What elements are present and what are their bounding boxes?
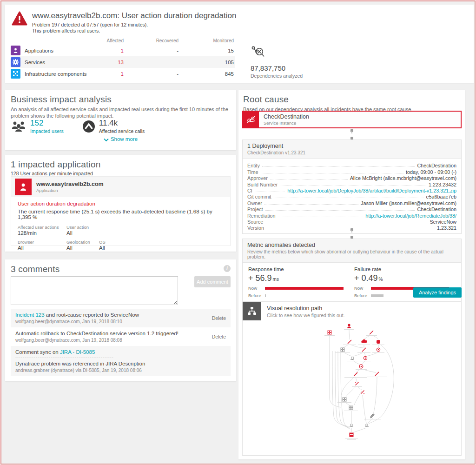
service-calls-icon: [82, 120, 95, 133]
deployment-field-time: Timetoday, 09:00 - 09:00 (-): [247, 168, 456, 174]
impacted-users-stat[interactable]: 152 Impacted users: [11, 119, 64, 134]
application-type: Application: [36, 188, 104, 193]
dependencies-analyzed: 87,837,750 Dependencies analyzed: [251, 46, 303, 79]
col-affected: Affected: [103, 38, 124, 45]
warning-icon: [12, 11, 27, 26]
deployment-field-entity: EntityCheckDestination: [247, 162, 456, 168]
row-label: Applications: [25, 48, 103, 53]
comment-item: Incident 123 and root-cause reported to …: [11, 309, 231, 327]
comment-item: Automatic rollback to CheckDestination s…: [11, 327, 231, 346]
field-os: OS All: [99, 239, 127, 251]
service-calls-label: Affected service calls: [99, 128, 145, 134]
field-browser: Browser All: [18, 239, 66, 251]
impacted-application-subtitle: 128 User actions per minute impacted: [11, 171, 231, 176]
problem-type-label: User action duration degradation: [18, 201, 224, 206]
application-name[interactable]: www.easytravelb2b.com: [36, 181, 104, 187]
deployment-field-owner: OwnerJason Miller (jason.miller@easytrav…: [247, 199, 456, 206]
field-affected-user-actions: Affected user actions 128/min: [18, 225, 66, 236]
dependencies-icon: [251, 46, 265, 60]
deployment-field-git-commit: Git commite5a6baac7eb: [247, 193, 456, 199]
infrastructure-icon: [11, 69, 20, 79]
monitored-count: 845: [178, 71, 234, 77]
page-title: www.easytravelb2b.com: User action durat…: [32, 11, 236, 20]
service-instance-icon: [243, 112, 259, 127]
impact-table-header: Affected Recovered Monitored: [11, 38, 235, 45]
recovered-count: -: [124, 48, 178, 53]
comment-meta: andreas.grabner (dynatrace) via DI-5085,…: [15, 368, 226, 373]
visual-resolution-path[interactable]: Visual resolution path Click to see how …: [242, 301, 462, 456]
table-row-infrastructure[interactable]: Infrastructure components 1 - 845: [11, 68, 235, 80]
problem-header-card: www.easytravelb2b.com: User action durat…: [5, 5, 474, 83]
business-impact-description: An analysis of all affected service call…: [11, 106, 229, 119]
problem-description: The current response time (25.1 s) excee…: [18, 209, 224, 220]
deployment-title: 1 Deployment: [247, 143, 456, 149]
row-label: Infrastructure components: [25, 71, 103, 77]
affected-count[interactable]: 1: [103, 71, 124, 77]
monitored-count: 15: [178, 48, 234, 53]
table-row-applications[interactable]: Applications 1 - 15: [11, 45, 235, 56]
affected-service-calls-stat: 11.4k Affected service calls: [82, 119, 145, 134]
root-cause-card: Root cause Based on our dependency analy…: [238, 90, 465, 459]
recovered-count: -: [124, 60, 178, 65]
business-impact-card: Business impact analysis An analysis of …: [5, 90, 236, 150]
deployment-field-project: ProjectCheckDestination: [247, 206, 456, 212]
deployment-field-build-number: Build Number1.223.23432: [247, 181, 456, 187]
root-cause-entity-type: Service Instance: [264, 120, 309, 126]
col-recovered: Recovered: [124, 38, 178, 45]
resolution-path-icon: [243, 302, 261, 320]
analyze-findings-button[interactable]: Analyze findings: [413, 287, 462, 298]
application-icon: [15, 179, 32, 195]
before-bar: [371, 294, 383, 297]
ci-link[interactable]: http://a-tower.local/job/DeployJob/38/ar…: [287, 188, 456, 193]
connector-line: [350, 228, 353, 239]
field-geolocation: Geolocation All: [66, 239, 99, 251]
services-icon: [11, 57, 20, 67]
info-icon[interactable]: i: [224, 265, 231, 272]
application-detail-card[interactable]: www.easytravelb2b.com Application User a…: [11, 176, 231, 246]
resolution-path-subtitle: Click to see how we figured this out.: [267, 312, 345, 318]
problem-meta: Problem 197 detected at 07:57 (open for …: [32, 22, 148, 27]
metric-response-time: Response time + 56.9ms Now Before: [248, 266, 350, 298]
impacted-application-title: 1 impacted application: [11, 159, 231, 170]
root-cause-entity-name: CheckDestination: [264, 113, 309, 120]
delete-comment-button[interactable]: Delete: [212, 315, 226, 321]
remediation-link[interactable]: http://a-tower.local/job/RemediateJob/38…: [365, 213, 456, 219]
affected-count[interactable]: 1: [103, 48, 124, 53]
comments-card: 3 comments i Add comment Incident 123 an…: [5, 259, 236, 381]
comment-meta: wolfgang.beer@dynatrace.com, Jan 19, 201…: [15, 338, 226, 343]
business-impact-title: Business impact analysis: [11, 94, 231, 105]
root-cause-entity-card[interactable]: CheckDestination Service Instance: [242, 111, 462, 128]
service-calls-value: 11.4k: [99, 119, 145, 128]
comment-input[interactable]: [11, 276, 178, 305]
resolution-path-graph[interactable]: [243, 323, 461, 454]
chevron-down-icon: [104, 138, 109, 142]
deployment-subtitle: CheckDestination v1.23.321: [247, 150, 456, 155]
deployment-field-ci: CIhttp://a-tower.local/job/DeployJob/38/…: [247, 187, 456, 193]
impact-summary-table: Affected Recovered Monitored Application…: [11, 38, 235, 80]
users-icon: [11, 121, 26, 132]
before-bar: [265, 294, 266, 297]
field-user-action: User action All: [66, 225, 99, 236]
jira-link[interactable]: JIRA - DI-5085: [60, 349, 95, 355]
comment-item: Comment sync on JIRA - DI-5085 ---------…: [11, 346, 231, 376]
affected-count[interactable]: 13: [103, 60, 124, 65]
now-bar: [265, 287, 344, 290]
impacted-users-label: Impacted users: [30, 128, 64, 134]
applications-icon: [11, 46, 20, 55]
connector-line: [350, 129, 353, 140]
recovered-count: -: [124, 71, 178, 77]
deployment-field-approver: ApproverAlice McBright (alice.mcbright@e…: [247, 175, 456, 181]
col-monitored: Monitored: [178, 38, 234, 45]
metrics-title: Metric anomalies detected: [247, 242, 456, 248]
dependencies-count: 87,837,750: [251, 64, 303, 72]
table-row-services[interactable]: Services 13 - 105: [11, 56, 235, 68]
incident-link[interactable]: Incident 123: [15, 312, 45, 318]
root-cause-title: Root cause: [243, 94, 462, 105]
impacted-users-value: 152: [30, 119, 64, 128]
monitored-count: 105: [178, 60, 234, 65]
show-more-button[interactable]: Show more: [5, 136, 236, 142]
add-comment-button[interactable]: Add comment: [194, 276, 231, 287]
deployment-field-remediation: Remediationhttp://a-tower.local/job/Reme…: [247, 212, 456, 218]
page-frame: www.easytravelb2b.com: User action durat…: [0, 0, 476, 465]
delete-comment-button[interactable]: Delete: [212, 334, 226, 339]
